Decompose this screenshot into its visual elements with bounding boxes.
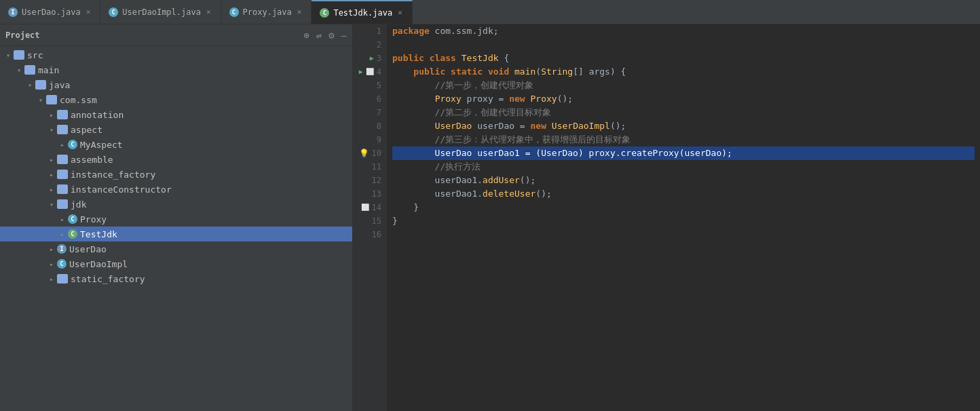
code-line-13: userDao1.deleteUser(); <box>392 187 975 201</box>
tree-item-userdao[interactable]: I UserDao <box>0 241 352 256</box>
code-line-1: package com.ssm.jdk; <box>392 24 975 38</box>
tree-label-annotation: annotation <box>71 110 124 120</box>
folder-icon-annotation <box>57 110 68 119</box>
tree-item-testjdk[interactable]: C TestJdk <box>0 227 352 241</box>
tree-label-userdaoimpl: UserDaoImpl <box>69 259 128 269</box>
tab-icon-userdao: I <box>8 7 18 17</box>
tab-proxy[interactable]: C Proxy.java ✕ <box>221 0 312 24</box>
ln-11: 11 <box>358 160 381 174</box>
ln-num-1: 1 <box>377 24 381 38</box>
badge-userdao: I <box>57 244 67 254</box>
code-editor[interactable]: 1 2 ▶ 3 ▶ ⬜ 4 5 6 7 8 9 💡 10 <box>353 24 980 411</box>
tree-item-proxy[interactable]: C Proxy <box>0 212 352 227</box>
run-arrow-3[interactable]: ▶ <box>370 52 374 65</box>
tree-arrow-static-factory <box>46 275 57 283</box>
code-line-7: //第二步，创建代理目标对象 <box>392 106 975 119</box>
badge-userdaoimpl: C <box>57 259 67 269</box>
tree-item-assemble[interactable]: assemble <box>0 152 352 167</box>
tree-arrow-annotation <box>46 111 57 119</box>
ln-num-4: 4 <box>377 65 381 79</box>
tree-item-userdaoimpl[interactable]: C UserDaoImpl <box>0 256 352 271</box>
tree-item-annotation[interactable]: annotation <box>0 107 352 122</box>
ln-num-5: 5 <box>377 79 381 92</box>
line-numbers: 1 2 ▶ 3 ▶ ⬜ 4 5 6 7 8 9 💡 10 <box>353 24 387 411</box>
ln-9: 9 <box>358 133 381 146</box>
tab-label-proxy: Proxy.java <box>243 7 292 17</box>
tree-arrow-main <box>14 66 24 74</box>
folder-icon-java <box>35 80 46 90</box>
code-line-11: //执行方法 <box>392 160 975 174</box>
tree-arrow-aspect <box>46 126 57 134</box>
code-line-9: //第三步：从代理对象中，获得增强后的目标对象 <box>392 133 975 146</box>
ln-num-11: 11 <box>372 160 381 174</box>
badge-proxy: C <box>68 214 77 224</box>
lightbulb-icon-10[interactable]: 💡 <box>359 146 369 160</box>
folder-icon-aspect <box>57 125 68 134</box>
tree-label-userdao: UserDao <box>69 244 107 254</box>
gear-icon[interactable]: ⚙ <box>328 30 334 41</box>
ln-6: 6 <box>358 92 381 106</box>
tab-close-userdao[interactable]: ✕ <box>85 7 92 17</box>
tree-arrow-jdk <box>46 201 57 208</box>
sidebar-title: Project <box>5 31 298 40</box>
ln-num-13: 13 <box>372 187 381 201</box>
code-line-3: public class TestJdk { <box>392 52 975 65</box>
tree-item-static-factory[interactable]: static_factory <box>0 271 352 286</box>
tab-close-userdaoimpl[interactable]: ✕ <box>205 7 212 17</box>
code-line-14: } <box>392 201 975 214</box>
ln-num-10: 10 <box>372 146 381 160</box>
code-area: 1 2 ▶ 3 ▶ ⬜ 4 5 6 7 8 9 💡 10 <box>353 24 980 411</box>
ln-num-6: 6 <box>377 92 381 106</box>
tab-icon-userdaoimpl: C <box>109 7 118 17</box>
ln-num-2: 2 <box>377 38 381 52</box>
tree-arrow-src <box>3 52 14 59</box>
tree-item-src[interactable]: src <box>0 47 352 62</box>
tree-item-aspect[interactable]: aspect <box>0 122 352 137</box>
code-line-10: UserDao userDao1 = (UserDao) proxy.creat… <box>392 146 975 160</box>
sidebar-header-icons: ⊕ ⇌ ⚙ — <box>303 30 347 41</box>
ln-15: 15 <box>358 214 381 228</box>
tree-arrow-assemble <box>46 156 57 163</box>
folder-icon-instance-constructor <box>57 184 68 194</box>
tab-userdao[interactable]: I UserDao.java ✕ <box>0 0 100 24</box>
code-lines: package com.ssm.jdk; public class TestJd… <box>387 24 980 411</box>
tree-label-instance-factory: instance_factory <box>71 170 155 180</box>
sidebar-header: Project ⊕ ⇌ ⚙ — <box>0 24 352 46</box>
tree-label-src: src <box>27 50 43 60</box>
ln-num-15: 15 <box>372 214 381 228</box>
folder-icon-src <box>14 50 24 60</box>
globe-icon[interactable]: ⊕ <box>303 30 309 41</box>
tab-label-testjdk: TestJdk.java <box>333 8 392 18</box>
tree-label-testjdk: TestJdk <box>80 229 117 239</box>
tree-label-static-factory: static_factory <box>71 274 145 284</box>
folder-icon-static-factory <box>57 274 68 283</box>
tree-arrow-userdaoimpl <box>46 260 57 268</box>
tab-close-testjdk[interactable]: ✕ <box>396 7 404 18</box>
code-line-2 <box>392 38 975 52</box>
minimize-icon[interactable]: — <box>341 30 347 41</box>
ln-16: 16 <box>358 228 381 241</box>
tree-label-instance-constructor: instanceConstructor <box>71 184 172 195</box>
tree-item-instance-constructor[interactable]: instanceConstructor <box>0 182 352 197</box>
tree-item-java[interactable]: java <box>0 77 352 92</box>
ln-14: ⬜ 14 <box>358 201 381 214</box>
tree-label-java: java <box>49 80 70 90</box>
bookmark-14: ⬜ <box>361 201 369 214</box>
tab-close-proxy[interactable]: ✕ <box>296 7 303 17</box>
tree-item-instance-factory[interactable]: instance_factory <box>0 167 352 182</box>
tree-item-main[interactable]: main <box>0 62 352 77</box>
tree-arrow-testjdk <box>57 231 68 238</box>
tree-item-com-ssm[interactable]: com.ssm <box>0 92 352 107</box>
tree-arrow-instance-constructor <box>46 186 57 193</box>
tree-item-jdk[interactable]: jdk <box>0 197 352 212</box>
code-line-12: userDao1.addUser(); <box>392 174 975 187</box>
tree-label-aspect: aspect <box>71 125 102 135</box>
tree-label-proxy: Proxy <box>80 214 107 224</box>
tree-label-jdk: jdk <box>71 199 86 210</box>
tree-item-myaspect[interactable]: C MyAspect <box>0 137 352 152</box>
run-arrow-4[interactable]: ▶ <box>359 65 363 79</box>
tab-testjdk[interactable]: C TestJdk.java ✕ <box>312 0 412 24</box>
collapse-icon[interactable]: ⇌ <box>316 30 322 41</box>
ln-2: 2 <box>358 38 381 52</box>
tab-userdaoimpl[interactable]: C UserDaoImpl.java ✕ <box>100 0 221 24</box>
